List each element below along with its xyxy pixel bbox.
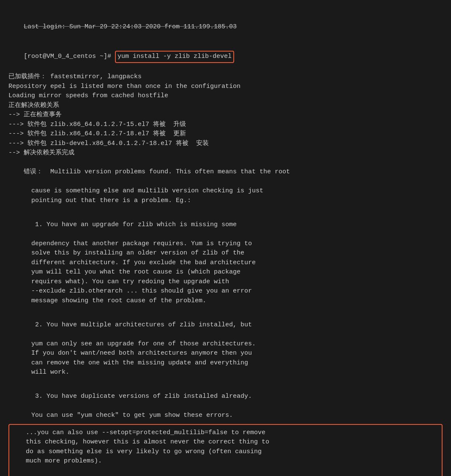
pkg1-line: ---> 软件包 zlib.x86_64.0.1.2.7-15.el7 将被 升… xyxy=(8,120,443,130)
item2-line3: If you don't want/need both architecture… xyxy=(8,349,443,358)
item1-line8: message showing the root cause of the pr… xyxy=(8,296,443,306)
repo-line: Repository epel is listed more than once… xyxy=(8,82,443,92)
login-line: Last login: Sun Mar 29 22:24:03 2020 fro… xyxy=(8,13,443,41)
item2-num: 2. xyxy=(24,321,43,328)
prompt-1: [root@VM_0_4_centos ~]# xyxy=(24,53,115,60)
login-text: Last login: Sun Mar 29 22:24:03 2020 fro… xyxy=(24,23,237,30)
item3-l1: You have duplicate versions of zlib inst… xyxy=(43,393,252,400)
error-label: 错误： xyxy=(24,168,43,175)
item2-line4: can remove the one with the missing upda… xyxy=(8,358,443,368)
warning-section: ...you can also use --setopt=protected_m… xyxy=(8,424,443,476)
command-highlight: yum install -y zlib zlib-devel xyxy=(115,51,234,63)
item1-line6: requires what). You can try redoing the … xyxy=(8,277,443,287)
item2-heading: 2. You have multiple architectures of zl… xyxy=(8,311,443,339)
error-line-3: pointing out that there is a problem. Eg… xyxy=(8,196,443,206)
resolving-line: 正在解决依赖关系 xyxy=(8,101,443,111)
item1-heading: 1. You have an upgrade for zlib which is… xyxy=(8,211,443,239)
item1-l1: You have an upgrade for zlib which is mi… xyxy=(43,221,237,228)
terminal-window: Last login: Sun Mar 29 22:24:03 2020 fro… xyxy=(8,8,443,476)
command-line: [root@VM_0_4_centos ~]# yum install -y z… xyxy=(8,41,443,73)
checking-line: --> 正在检查事务 xyxy=(8,110,443,120)
item2-line5: will work. xyxy=(8,368,443,378)
item3-num: 3. xyxy=(24,393,43,400)
pkg2-line: ---> 软件包 zlib.x86_64.0.1.2.7-18.el7 将被 更… xyxy=(8,129,443,139)
error-line-1: 错误： Multilib version problems found. Thi… xyxy=(8,158,443,187)
resolved-line: --> 解决依赖关系完成 xyxy=(8,148,443,158)
item3-heading: 3. You have duplicate versions of zlib i… xyxy=(8,383,443,411)
item3-line2: You can use "yum check" to get yum show … xyxy=(8,411,443,421)
item1-line5: yum will tell you what the root cause is… xyxy=(8,268,443,277)
warn-line2: this checking, however this is almost ne… xyxy=(14,438,437,447)
item1-line4: different architecture. If you exclude t… xyxy=(8,258,443,268)
plugins-line: 已加载插件： fastestmirror, langpacks xyxy=(8,72,443,82)
item1-num: 1. xyxy=(24,221,43,228)
item1-line3: solve this by installing an older versio… xyxy=(8,249,443,258)
item2-line2: yum can only see an upgrade for one of t… xyxy=(8,339,443,349)
loading-line: Loading mirror speeds from cached hostfi… xyxy=(8,91,443,101)
command-text: yum install -y zlib zlib-devel xyxy=(118,53,232,60)
pkg3-line: ---> 软件包 zlib-devel.x86_64.0.1.2.7-18.el… xyxy=(8,139,443,149)
warn-line4: much more problems). xyxy=(14,457,437,466)
warn-line5 xyxy=(14,466,437,476)
item1-line2: dependency that another package requires… xyxy=(8,239,443,249)
error-text-1: Multilib version problems found. This of… xyxy=(43,168,290,175)
warn-line1: ...you can also use --setopt=protected_m… xyxy=(14,428,437,438)
warn-line3: do as something else is very likely to g… xyxy=(14,447,437,457)
item2-l1: You have multiple architectures of zlib … xyxy=(43,321,252,328)
error-line-2: cause is something else and multilib ver… xyxy=(8,186,443,196)
item1-line7: --exclude zlib.otherarch ... this should… xyxy=(8,287,443,296)
